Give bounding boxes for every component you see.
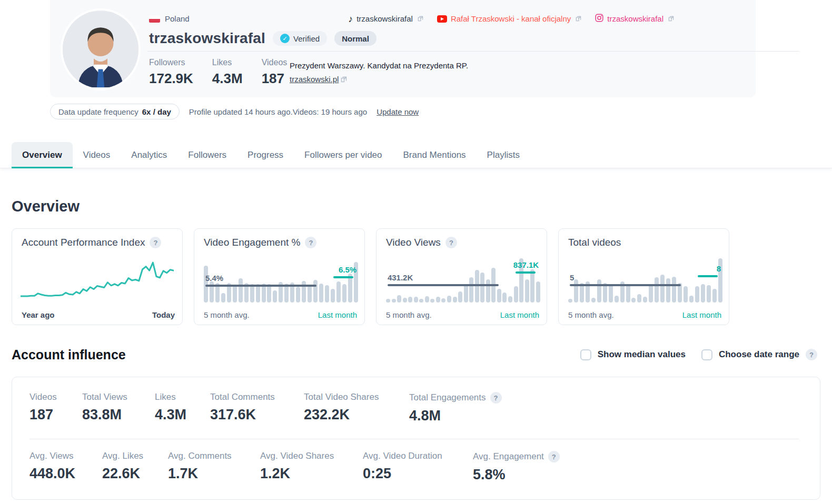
account-influence-panel: Videos 187 Total Views 83.8M Likes 4.3M … [12,377,820,500]
external-link-icon [576,16,581,22]
tab-progress[interactable]: Progress [237,142,294,168]
help-icon[interactable]: ? [150,237,161,248]
stat-value: 1.7K [168,466,232,482]
youtube-link-label: Rafał Trzaskowski - kanał oficjalny [451,14,571,23]
card-title: Video Views [386,237,441,248]
instagram-link-label: trzaskowskirafal [607,14,663,23]
tab-playlists[interactable]: Playlists [477,142,530,168]
stat-avg-engagement: Avg. Engagement? 5.8% [473,451,560,483]
last-month-line [333,276,353,278]
footer-right-label: Last month [682,310,721,319]
stat-total-engagements: Total Engagements? 4.8M [409,392,502,424]
tiktok-profile-link[interactable]: ♪ trzaskowskirafal [348,14,423,24]
stat-label: Avg. Views [29,451,75,461]
stat-label: Avg. Video Shares [260,451,334,461]
tiktok-link-label: trzaskowskirafal [356,14,413,23]
card-title: Video Engagement % [204,237,300,248]
likes-stat: Likes 4.3M [212,58,243,87]
instagram-icon [595,14,603,24]
footer-left-label: 5 month avg. [568,310,614,319]
total-videos-bar-chart: 5 8 [568,256,722,303]
influence-row-totals: Videos 187 Total Views 83.8M Likes 4.3M … [12,392,820,439]
stat-label: Total Video Shares [304,392,379,402]
tab-analytics[interactable]: Analytics [121,142,177,168]
stat-value: 0:25 [363,466,442,482]
help-icon[interactable]: ? [305,237,316,248]
checkbox-label: Choose date range [719,349,799,360]
update-frequency-label: Data update frequency [58,107,138,116]
stat-value: 448.0K [29,466,75,482]
bars [204,256,358,303]
likes-value: 4.3M [212,70,243,87]
stat-value: 187 [29,407,57,423]
tab-brand-mentions[interactable]: Brand Mentions [393,142,477,168]
name-row: trzaskowskirafal ✓ Verified Normal [149,30,377,47]
followers-stat: Followers 172.9K [149,58,193,87]
page-title-username: trzaskowskirafal [149,30,265,47]
total-videos-card: Total videos 5 8 5 month avg. Last month [558,228,729,325]
footer-right-label: Last month [500,310,539,319]
stat-label: Total Engagements? [409,392,502,404]
stat-value: 4.8M [409,408,502,424]
stat-total-comments: Total Comments 317.6K [210,392,275,423]
stat-label: Total Views [82,392,127,402]
stat-value: 22.6K [102,466,143,482]
followers-value: 172.9K [149,70,193,87]
performance-line-chart [21,259,174,301]
stat-label: Likes [155,392,186,402]
stat-likes: Likes 4.3M [155,392,186,423]
stat-avg-likes: Avg. Likes 22.6K [102,451,143,482]
bio-text: Prezydent Warszawy. Kandydat na Prezyden… [290,61,468,70]
stat-label: Avg. Engagement? [473,451,560,462]
tab-bar: Overview Videos Analytics Followers Prog… [0,142,832,168]
youtube-channel-link[interactable]: Rafał Trzaskowski - kanał oficjalny [437,14,581,23]
card-title-row: Total videos [568,237,621,248]
followers-label: Followers [149,58,193,67]
stat-value: 232.2K [304,407,379,423]
update-frequency-pill: Data update frequency 6x / day [50,104,180,119]
account-influence-title: Account influence [12,347,126,362]
stat-label: Total Comments [210,392,275,402]
avg-value-label: 5 [570,273,574,282]
videos-label: Videos [262,58,288,67]
bio-block: Prezydent Warszawy. Kandydat na Prezyden… [290,61,468,84]
stat-label: Avg. Comments [168,451,232,461]
update-frequency-value: 6x / day [142,107,171,116]
choose-date-range-checkbox[interactable] [701,349,712,360]
stat-value: 5.8% [473,467,560,483]
footer-left-label: Year ago [22,310,55,319]
verified-badge: ✓ Verified [273,31,327,46]
footer-right-label: Last month [318,310,357,319]
avg-line [388,284,499,286]
tab-followers-per-video[interactable]: Followers per video [294,142,392,168]
help-icon[interactable]: ? [490,392,502,404]
footer-left-label: 5 month avg. [204,310,250,319]
update-now-link[interactable]: Update now [377,107,419,116]
videos-value: 187 [262,70,288,87]
header-divider [147,51,799,52]
stat-value: 317.6K [210,407,275,423]
verified-badge-label: Verified [293,34,320,43]
last-month-value-label: 6.5% [339,265,356,274]
avatar [63,11,138,88]
last-month-value-label: 8 [717,264,721,273]
chart-footer: Year ago Today [22,310,175,319]
videos-stat: Videos 187 [262,58,288,87]
chart-footer: 5 month avg. Last month [204,310,357,319]
footer-right-label: Today [152,310,175,319]
help-icon[interactable]: ? [445,237,457,248]
stat-videos: Videos 187 [29,392,57,423]
instagram-profile-link[interactable]: trzaskowskirafal [595,14,674,24]
card-title-row: Video Engagement % ? [204,237,316,248]
external-link-icon [418,16,423,22]
tab-videos[interactable]: Videos [73,142,121,168]
website-link[interactable]: trzaskowski.pl [290,75,347,84]
help-icon[interactable]: ? [806,349,817,360]
avg-line [205,285,316,287]
help-icon[interactable]: ? [548,451,560,462]
tab-overview[interactable]: Overview [12,142,73,168]
show-median-values-checkbox[interactable] [580,349,591,360]
tab-followers[interactable]: Followers [177,142,237,168]
overview-section-title: Overview [12,198,80,215]
website-link-label: trzaskowski.pl [290,75,339,84]
